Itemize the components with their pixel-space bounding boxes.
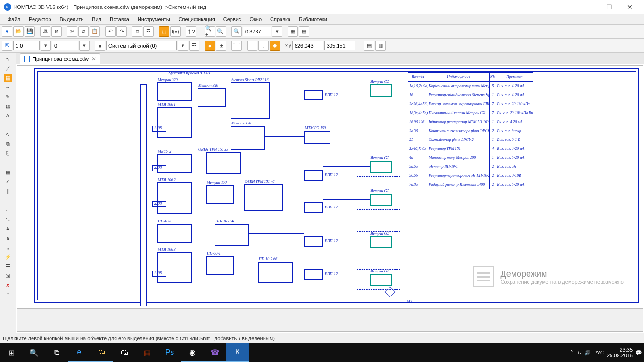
canvas[interactable]: Курсовий проект з ТЗА Метран 320 МТМ 106… bbox=[17, 65, 643, 306]
tray-network-icon[interactable]: 🖧 bbox=[576, 350, 581, 355]
tool-angle-icon[interactable]: ∠ bbox=[4, 177, 12, 186]
chrome-icon[interactable]: ◉ bbox=[181, 343, 204, 362]
grid-a-button[interactable]: ▦ bbox=[288, 26, 298, 37]
maximize-button[interactable]: ☐ bbox=[599, 0, 619, 14]
photoshop-icon[interactable]: Ps bbox=[158, 343, 181, 362]
tool-perp-icon[interactable]: ⊥ bbox=[4, 196, 12, 205]
menu-file[interactable]: Файл bbox=[4, 16, 24, 23]
menu-window[interactable]: Окно bbox=[246, 16, 265, 23]
layer-mgr-button[interactable]: ☲ bbox=[189, 41, 199, 51]
undo-button[interactable]: ↶ bbox=[105, 26, 116, 37]
tool-sub-icon[interactable]: ₐ bbox=[4, 243, 12, 252]
measure-button[interactable]: ▤ bbox=[364, 41, 374, 51]
zoom-input[interactable] bbox=[243, 27, 271, 36]
misc-button[interactable]: ▥ bbox=[375, 41, 386, 51]
tool-mirror-icon[interactable]: ⇋ bbox=[4, 215, 12, 223]
properties-button[interactable]: ⧈ bbox=[132, 26, 142, 37]
redo-button[interactable]: ↷ bbox=[116, 26, 127, 37]
viber-icon[interactable]: ☎ bbox=[204, 343, 226, 362]
ortho-button[interactable]: ● bbox=[205, 41, 215, 51]
tool-font-icon[interactable]: A bbox=[4, 224, 12, 233]
fx-button[interactable]: f(x) bbox=[170, 26, 181, 37]
save-button[interactable]: 💾 bbox=[25, 26, 35, 37]
menu-editor[interactable]: Редактор bbox=[25, 16, 55, 23]
zoom-out-button[interactable]: 🔍- bbox=[216, 26, 226, 37]
tool-flash-icon[interactable]: ⚡ bbox=[4, 253, 12, 261]
snap-step-button[interactable]: ⌋ bbox=[258, 41, 269, 51]
tool-t-icon[interactable]: T bbox=[4, 158, 12, 167]
snap-end-button[interactable]: ◆ bbox=[270, 41, 280, 51]
property-panel[interactable] bbox=[17, 308, 643, 332]
lineweight-dd[interactable]: ▾ bbox=[41, 41, 51, 51]
kompas-icon[interactable]: K bbox=[226, 343, 249, 362]
coord-x-input[interactable] bbox=[292, 41, 323, 50]
linetype-dd[interactable]: ▾ bbox=[79, 41, 90, 51]
tool-measure2-icon[interactable]: ⟟ bbox=[4, 290, 12, 299]
tool-copy-icon[interactable]: ⧉ bbox=[4, 140, 12, 148]
snap-button[interactable]: ⇱ bbox=[2, 41, 12, 51]
layers-button[interactable]: ☲ bbox=[143, 26, 154, 37]
tool-hatch-icon[interactable]: ▨ bbox=[4, 102, 12, 110]
zoom-dropdown-button[interactable]: ▾ bbox=[272, 26, 282, 37]
tool-text-icon[interactable]: A bbox=[4, 111, 12, 120]
grid-button[interactable]: ⋮⋮ bbox=[231, 41, 242, 51]
tray-volume-icon[interactable]: 🔊 bbox=[584, 350, 591, 356]
linetype-input[interactable] bbox=[52, 41, 78, 50]
axis-button[interactable]: ⊞ bbox=[216, 41, 226, 51]
menu-tools[interactable]: Инструменты bbox=[134, 16, 174, 23]
tray-up-icon[interactable]: ˄ bbox=[570, 350, 573, 356]
office-icon[interactable]: ▦ bbox=[136, 343, 158, 362]
tray-clock[interactable]: 23:35 25.09.2016 bbox=[607, 347, 633, 358]
snap-ortho-button[interactable]: ⌐ bbox=[247, 41, 257, 51]
menu-spec[interactable]: Спецификация bbox=[175, 16, 219, 23]
paste-button[interactable]: 📋 bbox=[90, 26, 100, 37]
lineweight-input[interactable] bbox=[13, 41, 40, 50]
search-icon[interactable]: 🔍 bbox=[23, 343, 45, 362]
tray-notifications-icon[interactable]: 💬 bbox=[636, 350, 642, 356]
preview-button[interactable]: 🗎 bbox=[51, 26, 62, 37]
tool-corner-icon[interactable]: ⌐ bbox=[4, 206, 12, 214]
tool-line-icon[interactable]: ／ bbox=[4, 64, 12, 73]
tool-dim-icon[interactable]: ↔ bbox=[4, 83, 12, 91]
task-view-icon[interactable]: ⧉ bbox=[45, 343, 68, 362]
menu-view[interactable]: Вид bbox=[88, 16, 105, 23]
cut-button[interactable]: ✂ bbox=[67, 26, 77, 37]
print-button[interactable]: 🖶 bbox=[40, 26, 50, 37]
store-icon[interactable]: 🛍 bbox=[113, 343, 136, 362]
variables-button[interactable]: ⬚ bbox=[159, 26, 169, 37]
menu-help[interactable]: Справка bbox=[266, 16, 294, 23]
menu-select[interactable]: Выделить bbox=[56, 16, 87, 23]
zoom-in-button[interactable]: 🔍+ bbox=[205, 26, 215, 37]
tool-link-icon[interactable]: ⇲ bbox=[4, 272, 12, 280]
minimize-button[interactable]: — bbox=[578, 0, 599, 14]
new-doc-button[interactable]: ▾ bbox=[2, 26, 12, 37]
tool-edit-icon[interactable]: ✎ bbox=[4, 92, 12, 101]
zoom-fit-button[interactable]: 🔍 bbox=[231, 26, 242, 37]
menu-libs[interactable]: Библиотеки bbox=[295, 16, 331, 23]
layer-dd[interactable]: ▾ bbox=[178, 41, 188, 51]
tool-layer2-icon[interactable]: ☲ bbox=[4, 262, 12, 271]
tool-geometry-icon[interactable]: ▦ bbox=[4, 74, 12, 82]
tab-close-icon[interactable]: ✕ bbox=[91, 56, 96, 62]
grid-b-button[interactable]: ▤ bbox=[299, 26, 309, 37]
edge-icon[interactable]: e bbox=[68, 343, 91, 362]
tool-paste-icon[interactable]: ⎘ bbox=[4, 149, 12, 157]
tool-x-icon[interactable]: ✕ bbox=[4, 281, 12, 289]
menu-service[interactable]: Сервис bbox=[220, 16, 245, 23]
menu-insert[interactable]: Вставка bbox=[106, 16, 133, 23]
tool-spline-icon[interactable]: ∿ bbox=[4, 130, 12, 139]
copy-button[interactable]: ⧉ bbox=[78, 26, 89, 37]
help-cursor-button[interactable]: ⭡? bbox=[186, 26, 196, 37]
explorer-icon[interactable]: 🗂 bbox=[91, 343, 113, 362]
tool-table-icon[interactable]: ▦ bbox=[4, 168, 12, 176]
open-button[interactable]: 📂 bbox=[13, 26, 24, 37]
start-button[interactable]: ⊞ bbox=[0, 343, 23, 362]
tool-arc-icon[interactable]: ⌒ bbox=[4, 121, 12, 129]
coord-y-input[interactable] bbox=[324, 41, 355, 50]
tool-select-icon[interactable]: ↖ bbox=[4, 55, 12, 63]
tool-par-icon[interactable]: ∥ bbox=[4, 187, 12, 195]
tray-lang[interactable]: РУС bbox=[594, 350, 604, 355]
layer-select[interactable] bbox=[106, 41, 177, 50]
tab-document[interactable]: Принципова схема.cdw ✕ bbox=[20, 53, 100, 64]
tool-bold-icon[interactable]: a bbox=[4, 234, 12, 242]
